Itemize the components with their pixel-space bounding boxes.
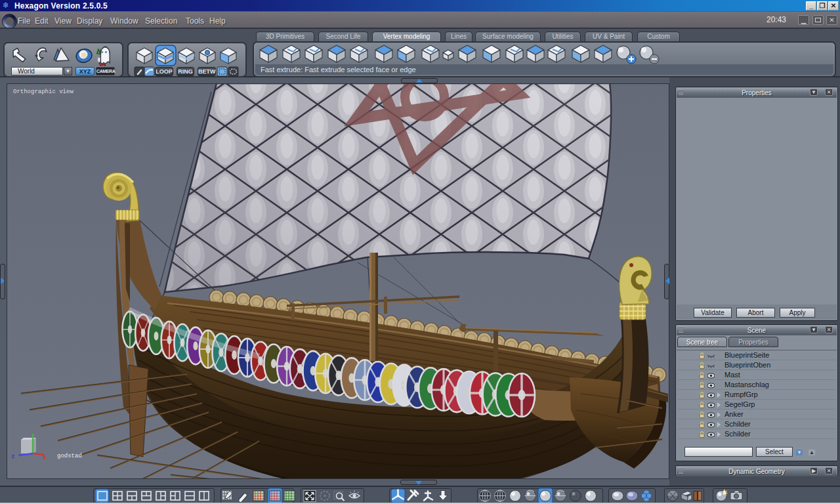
svg-text:Orthographic view: Orthographic view [13, 89, 74, 95]
svg-text:godstad: godstad [57, 453, 82, 459]
svg-text:z: z [11, 453, 14, 460]
